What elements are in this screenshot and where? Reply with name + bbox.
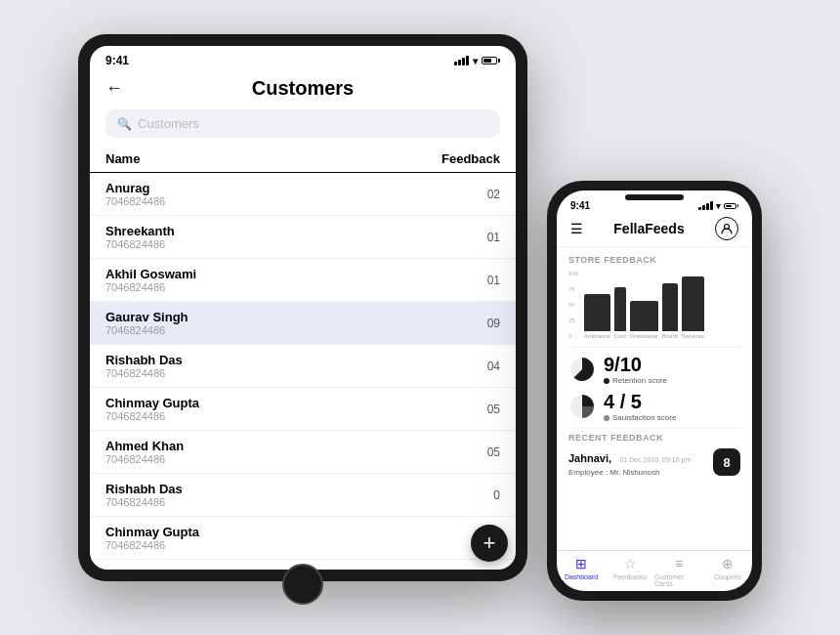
table-row[interactable]: Ahmed Khan 7046824486 05 — [90, 431, 516, 474]
customer-name: Shreekanth — [105, 224, 175, 238]
customer-phone: 7046824486 — [105, 539, 199, 551]
satisfaction-score-row: 4 / 5 Sauisfaction score — [568, 391, 740, 422]
customer-feedback-count: 02 — [487, 188, 500, 201]
customer-phone: 7046824486 — [105, 367, 183, 379]
bottom-nav: ⊞ Dashboard ☆ Feedbacks ≡ Customer Cards… — [557, 550, 752, 591]
bar-chart-container: 1007550250 Ambiance Cost Dresswear Board… — [568, 271, 740, 343]
bar-label: Ambiance — [584, 333, 610, 339]
bar-chart: Ambiance Cost Dresswear Board Services — [584, 271, 704, 339]
bar — [584, 294, 610, 332]
phone-device: 9:41 ▾ ☰ Fel — [547, 181, 762, 601]
tablet-device: 9:41 ▾ ← Cus — [78, 34, 527, 581]
nav-item-feedbacks[interactable]: ☆ Feedbacks — [606, 556, 654, 587]
satisfaction-score-value: 4 / 5 — [604, 391, 676, 413]
feedback-badge: 8 — [713, 448, 740, 476]
nav-label: Feedbacks — [613, 573, 647, 580]
nav-label: Dashboard — [565, 573, 598, 580]
customer-feedback-count: 04 — [487, 360, 500, 373]
phone-content: STORE FEEDBACK 1007550250 Ambiance Cost … — [557, 247, 752, 550]
customer-feedback-count: 09 — [487, 317, 500, 330]
col-feedback: Feedback — [441, 151, 500, 166]
customer-name: Chinmay Gupta — [105, 396, 199, 410]
retention-score-value: 9/10 — [604, 354, 667, 376]
customer-feedback-count: 05 — [487, 445, 500, 459]
tablet-header: ← Customers — [90, 71, 516, 109]
customer-feedback-count: 05 — [487, 402, 500, 416]
customer-name: Akhil Goswami — [105, 267, 196, 281]
signal-icon — [454, 56, 469, 65]
user-profile-icon[interactable] — [715, 217, 738, 240]
menu-icon[interactable]: ☰ — [570, 221, 583, 236]
add-customer-button[interactable]: + — [471, 525, 508, 562]
customer-info: Chinmay Gupta 7046824486 — [105, 396, 199, 422]
recent-feedback-section: RECENT FEEDBACK Jahnavi, 01 Dec 2016, 09… — [568, 433, 740, 477]
bar-label: Cost — [614, 333, 626, 339]
table-row[interactable]: Anurag 7046824486 02 — [90, 173, 516, 216]
tablet-status-icons: ▾ — [454, 56, 500, 66]
tablet-status-bar: 9:41 ▾ — [90, 46, 516, 71]
bar-group: Board — [662, 283, 678, 339]
tablet-home-button[interactable] — [282, 564, 323, 605]
customer-feedback-count: 01 — [487, 231, 500, 244]
customer-name: Anurag — [105, 181, 165, 195]
search-bar[interactable]: 🔍 Customers — [105, 109, 500, 138]
table-row[interactable]: Rishabh Das 7046824486 0 — [90, 474, 516, 517]
customer-name: Chinmay Gupta — [105, 525, 199, 539]
y-axis-label: 25 — [568, 318, 578, 323]
customer-feedback-count: 01 — [487, 274, 500, 287]
feedback-employee: Employee : Mr. Nishunosh — [568, 468, 691, 477]
bar-group: Dresswear — [630, 301, 658, 340]
phone-time: 9:41 — [570, 200, 590, 211]
customer-name: Rishabh Das — [105, 353, 183, 367]
retention-pie-icon — [568, 356, 596, 383]
tablet-time: 9:41 — [105, 54, 129, 67]
back-button[interactable]: ← — [105, 78, 123, 99]
nav-icon: ⊞ — [575, 556, 587, 572]
bar — [682, 276, 704, 331]
feedback-details: Jahnavi, 01 Dec 2016, 09:16 pm Employee … — [568, 448, 691, 477]
table-row[interactable]: Rishabh Das 7046824486 04 — [90, 345, 516, 388]
feedback-customer-row: Jahnavi, 01 Dec 2016, 09:16 pm — [568, 448, 691, 466]
customer-info: Chinmay Gupta 7046824486 — [105, 525, 199, 551]
table-row[interactable]: Gaurav Singh 7046824486 09 — [90, 302, 516, 345]
phone-nav-bar: ☰ FellaFeeds — [557, 213, 752, 247]
table-row[interactable]: Shreekanth 7046824486 01 — [90, 216, 516, 259]
customer-info: Rishabh Das 7046824486 — [105, 482, 183, 508]
y-axis-label: 50 — [568, 302, 578, 308]
customer-info: Anurag 7046824486 — [105, 181, 165, 207]
phone-battery-icon — [724, 203, 739, 209]
wifi-icon: ▾ — [473, 56, 478, 66]
nav-item-coupons[interactable]: ⊕ Coupons — [703, 556, 752, 587]
search-icon: 🔍 — [117, 117, 132, 131]
customer-name: Rishabh Das — [105, 482, 183, 496]
phone-wifi-icon: ▾ — [716, 201, 721, 211]
recent-feedback-label: RECENT FEEDBACK — [568, 433, 740, 443]
retention-score-row: 9/10 Retention score — [568, 354, 740, 385]
phone-signal-icon — [698, 201, 713, 210]
nav-item-customer-cards[interactable]: ≡ Customer Cards — [654, 556, 703, 587]
customer-feedback-count: 0 — [493, 488, 500, 502]
nav-icon: ☆ — [624, 556, 637, 572]
customer-phone: 7046824486 — [105, 453, 184, 465]
battery-icon — [482, 57, 500, 64]
retention-score-info: 9/10 Retention score — [604, 354, 667, 385]
customer-info: Ahmed Khan 7046824486 — [105, 439, 184, 465]
customer-info: Rishabh Das 7046824486 — [105, 353, 183, 379]
customer-list: Anurag 7046824486 02 Shreekanth 70468244… — [90, 173, 516, 570]
nav-item-dashboard[interactable]: ⊞ Dashboard — [557, 556, 606, 587]
nav-icon: ⊕ — [722, 556, 734, 572]
y-axis-label: 75 — [568, 286, 578, 292]
table-row[interactable]: Akhil Goswami 7046824486 01 — [90, 259, 516, 302]
bar — [614, 287, 626, 332]
page-title: Customers — [252, 77, 354, 100]
bar-label: Board — [662, 333, 678, 339]
y-axis: 1007550250 — [568, 271, 578, 339]
table-row[interactable]: Chinmay Gupta 7046824486 05 — [90, 388, 516, 431]
tablet-screen: 9:41 ▾ ← Cus — [90, 46, 516, 570]
nav-label: Coupons — [714, 573, 741, 580]
customer-phone: 7046824486 — [105, 195, 165, 207]
satisfaction-score-label: Sauisfaction score — [604, 413, 676, 422]
table-header: Name Feedback — [90, 146, 516, 173]
table-row[interactable]: Chinmay Gupta 7046824486 0 — [90, 517, 516, 560]
feedback-date: 01 Dec 2016, 09:16 pm — [619, 456, 691, 463]
